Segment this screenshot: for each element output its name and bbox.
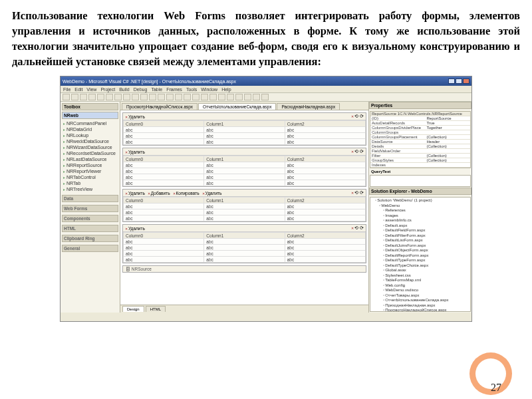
toolbox-group[interactable]: Web Forms — [62, 205, 118, 212]
toolbox-item[interactable]: NRecordsetDataSource — [62, 150, 118, 156]
grid-delete-button[interactable]: Удалить — [125, 114, 145, 119]
document-tab[interactable]: ПросмотрНакладнойСписок.aspx — [122, 103, 198, 110]
grid-cell[interactable]: abc — [124, 239, 204, 245]
grid-cell[interactable]: abc — [124, 139, 204, 145]
grid-cell[interactable]: abc — [285, 180, 365, 186]
toolbox-item[interactable]: NRweddDataSource — [62, 138, 118, 144]
tree-item[interactable]: DefaultObjectForm.aspx — [371, 248, 469, 253]
tree-item[interactable]: Solution 'WebDemo' (1 project) — [371, 198, 469, 203]
toolbox-item[interactable]: NRLookup — [62, 132, 118, 138]
grid-cell[interactable]: abc — [204, 174, 285, 180]
property-row[interactable]: ColumnGroupsPlacement(Collection) — [370, 135, 470, 140]
toolbar-button[interactable] — [63, 94, 70, 100]
grid-cell[interactable]: abc — [204, 239, 285, 245]
grid-cell[interactable]: abc — [204, 139, 285, 145]
property-row[interactable]: GroupStyles(Collection) — [370, 158, 470, 163]
grid-cell[interactable]: abc — [204, 162, 285, 168]
menu-view[interactable]: View — [86, 87, 96, 92]
grid-cell[interactable]: abc — [124, 209, 204, 215]
menu-help[interactable]: Help — [221, 87, 231, 92]
grid-delete-button[interactable]: Удалить — [125, 191, 145, 196]
grid-nav-icons[interactable]: ⟲ ⟳ — [351, 149, 364, 154]
grid-cell[interactable]: abc — [204, 209, 285, 215]
toolbox-group[interactable]: HTML — [62, 225, 118, 232]
toolbox-item[interactable]: NRTab — [62, 180, 118, 186]
tree-item[interactable]: DefaultListForm.aspx — [371, 238, 469, 243]
tree-item[interactable]: ОтчетЫспользованиеСклада.aspx — [371, 298, 469, 303]
tree-item[interactable]: DefaultFieldForm.aspx — [371, 228, 469, 233]
toolbar-button[interactable] — [97, 94, 104, 100]
grid-cell[interactable]: abc — [285, 127, 365, 133]
grid-cell[interactable]: abc — [124, 162, 204, 168]
solution-tree[interactable]: Solution 'WebDemo' (1 project)WebDemoRef… — [370, 197, 471, 312]
grid-cell[interactable]: abc — [204, 251, 285, 257]
grid-cell[interactable]: abc — [204, 168, 285, 174]
property-row[interactable]: DataSourceHeader — [370, 140, 470, 144]
grid-cell[interactable]: abc — [204, 215, 285, 221]
grid-cell[interactable]: abc — [204, 127, 285, 133]
tree-item[interactable]: WebDemo.vsdisco — [371, 288, 469, 293]
grid-cell[interactable]: abc — [285, 251, 365, 257]
toolbox-item[interactable]: NRTreeView — [62, 186, 118, 192]
property-row[interactable]: Filter(Collection) — [370, 154, 470, 158]
grid-cell[interactable]: abc — [285, 162, 365, 168]
maximize-icon[interactable] — [456, 78, 462, 84]
grid-add-button[interactable]: Добавить — [148, 191, 170, 196]
tree-item[interactable]: TableFormsMap.xml — [371, 278, 469, 283]
property-row[interactable]: AutoDetailRecordsTrue — [370, 121, 470, 126]
toolbar-button[interactable] — [166, 94, 174, 100]
grid-delete-button[interactable]: Удалить — [125, 150, 145, 154]
grid-nav-icons[interactable]: ⟲ ⟳ — [351, 190, 364, 196]
toolbar-button[interactable] — [192, 94, 200, 100]
view-tab-design[interactable]: Design — [122, 306, 144, 312]
grid-cell[interactable]: abc — [124, 245, 204, 251]
toolbar-button[interactable] — [253, 94, 260, 100]
toolbar-button[interactable] — [132, 94, 139, 100]
toolbox-group[interactable]: Components — [62, 215, 118, 222]
grid-cell[interactable]: abc — [285, 168, 365, 174]
document-tab[interactable]: ОтчетЫспользованиеСклада.aspx — [198, 103, 276, 110]
grid-cell[interactable]: abc — [124, 127, 204, 133]
toolbox-section[interactable]: NRweb — [62, 112, 118, 119]
minimize-icon[interactable] — [448, 78, 455, 84]
grid-cell[interactable]: abc — [204, 180, 285, 186]
tree-item[interactable]: DefaultReportForm.aspx — [371, 253, 469, 259]
querytext-field[interactable] — [370, 175, 471, 187]
toolbox-item[interactable]: NRLastDataSource — [62, 156, 118, 162]
tree-item[interactable]: ПриходнаяНакладная.aspx — [371, 303, 469, 309]
grid-cell[interactable]: abc — [124, 215, 204, 221]
menu-debug[interactable]: Debug — [134, 87, 148, 92]
property-row[interactable]: ColumnGroupsDividerPlaceTogether — [370, 126, 470, 130]
toolbar-button[interactable] — [209, 94, 217, 100]
grid-cell[interactable]: abc — [285, 203, 365, 209]
toolbar-button[interactable] — [158, 94, 165, 100]
grid-cell[interactable]: abc — [124, 168, 204, 174]
view-tab-html[interactable]: HTML — [146, 306, 166, 312]
toolbar-button[interactable] — [140, 94, 148, 100]
tree-item[interactable]: DefaultFilterForm.aspx — [371, 233, 469, 239]
tree-item[interactable]: Global.asax — [371, 268, 469, 273]
tree-item[interactable]: Web.config — [371, 283, 469, 289]
tree-item[interactable]: DefaultJoinsForm.aspx — [371, 243, 469, 249]
toolbox-group[interactable]: Clipboard Ring — [62, 235, 118, 242]
tree-item[interactable]: WebDemo — [371, 203, 469, 209]
grid-cell[interactable]: abc — [285, 133, 365, 139]
close-icon[interactable] — [463, 78, 469, 84]
toolbar-button[interactable] — [244, 94, 251, 100]
menu-window[interactable]: Window — [201, 87, 217, 92]
property-row[interactable]: (ID)ReportSource — [370, 116, 470, 121]
tree-item[interactable]: ПросмотрНакладнойСписок.aspx — [371, 308, 469, 312]
grid-cell[interactable]: abc — [204, 133, 285, 139]
toolbox-item[interactable]: NRTabControl — [62, 174, 118, 180]
grid-cell[interactable]: abc — [124, 133, 204, 139]
grid-nav-icons[interactable]: ⟲ ⟳ — [351, 114, 364, 119]
toolbox-item[interactable]: NRReportViewer — [62, 168, 118, 174]
grid-delete-button[interactable]: Удалить — [125, 226, 145, 231]
toolbar-button[interactable] — [227, 94, 234, 100]
menu-file[interactable]: File — [63, 87, 70, 92]
toolbar-button[interactable] — [123, 94, 130, 100]
grid-cell[interactable]: abc — [285, 139, 365, 145]
tree-item[interactable]: DefaultTypeChoice.aspx — [371, 263, 469, 269]
property-row[interactable]: Details(Collection) — [370, 144, 470, 149]
grid-cell[interactable]: abc — [124, 251, 204, 257]
